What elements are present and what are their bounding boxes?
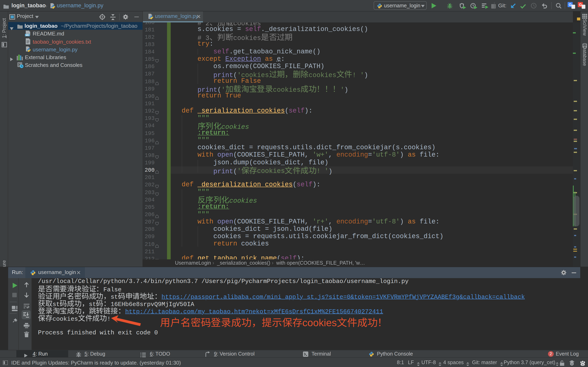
svg-text:du: du xyxy=(581,363,584,365)
svg-text:G: G xyxy=(579,3,582,7)
svg-text:MD: MD xyxy=(26,34,29,36)
svg-text:G: G xyxy=(569,3,571,7)
